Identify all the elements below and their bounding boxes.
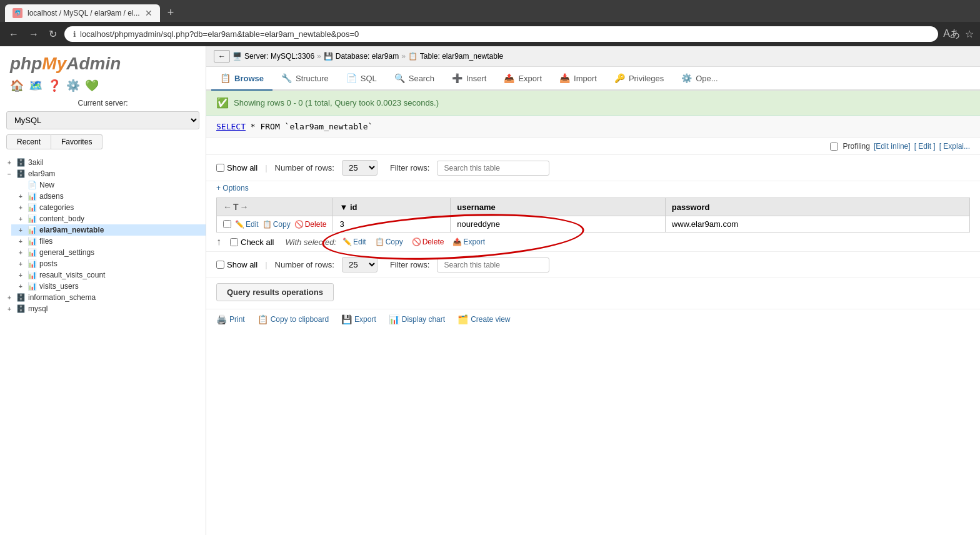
tree-toggle-adsens[interactable]: + [16, 192, 25, 201]
tab-sql[interactable]: 📄 SQL [338, 67, 386, 91]
db-icon-info-schema: 🗄️ [16, 293, 26, 302]
server-dropdown[interactable]: MySQL [6, 111, 199, 129]
tab-favicon: 🐬 [12, 8, 22, 18]
sidebar-item-3akil[interactable]: + 🗄️ 3akil [0, 157, 206, 168]
show-all-label-bottom: Show all [227, 260, 258, 269]
tab-insert[interactable]: ➕ Insert [443, 67, 496, 91]
nav-right-arrow[interactable]: → [240, 202, 249, 212]
tree-toggle-visits-users[interactable]: + [16, 282, 25, 291]
sidebar-item-information-schema[interactable]: + 🗄️ information_schema [0, 292, 206, 303]
breadcrumb-back-button[interactable]: ← [214, 50, 230, 62]
tree-toggle-3akil[interactable]: + [5, 158, 14, 167]
tree-toggle-info-schema[interactable]: + [5, 293, 14, 302]
tab-search[interactable]: 🔍 Search [386, 67, 443, 91]
tree-toggle-mysql[interactable]: + [5, 304, 14, 313]
server-select[interactable]: MySQL [6, 111, 199, 129]
breadcrumb-server[interactable]: Server: MySQL:3306 [244, 52, 314, 61]
tab-structure[interactable]: 🔧 Structure [272, 67, 338, 91]
check-all-checkbox[interactable] [230, 238, 238, 246]
show-all-checkbox-top[interactable] [216, 164, 224, 172]
map-icon[interactable]: 🗺️ [29, 79, 42, 92]
edit-link[interactable]: [ Edit ] [914, 142, 936, 151]
tree-toggle-general-settings[interactable]: + [16, 248, 25, 257]
nav-left-arrow[interactable]: ← [223, 202, 232, 212]
sql-tab-icon: 📄 [346, 73, 357, 83]
breadcrumb-database[interactable]: Database: elar9am [336, 52, 399, 61]
row-count-dropdown-top[interactable]: 25 50 100 [342, 160, 378, 176]
search-input-bottom[interactable] [437, 258, 549, 272]
selected-copy-button[interactable]: 📋 Copy [375, 238, 403, 246]
selected-delete-button[interactable]: 🚫 Delete [412, 238, 444, 246]
sidebar-item-adsens[interactable]: + 📊 adsens [11, 191, 206, 202]
tree-toggle-resault-visits[interactable]: + [16, 271, 25, 279]
col-header-id[interactable]: ▼ id [333, 198, 451, 216]
settings-icon[interactable]: ⚙️ [66, 79, 80, 92]
translate-button[interactable]: Aあ [943, 28, 960, 41]
breadcrumb-table[interactable]: Table: elar9am_newtable [420, 52, 503, 61]
browser-tab[interactable]: 🐬 localhost / MySQL / elar9am / el... ✕ [5, 4, 160, 22]
help-icon[interactable]: ❓ [48, 79, 61, 92]
sidebar-item-mysql[interactable]: + 🗄️ mysql [0, 303, 206, 314]
row-delete-button[interactable]: 🚫 Delete [294, 220, 327, 229]
edit-inline-link[interactable]: [Edit inline] [874, 142, 911, 151]
address-bar[interactable]: ℹ localhost/phpmyadmin/sql.php?db=elar9a… [64, 26, 938, 42]
sidebar-item-visits-users[interactable]: + 📊 visits_users [11, 281, 206, 292]
row-copy-button[interactable]: 📋 Copy [262, 220, 291, 229]
sidebar-item-files[interactable]: + 📊 files [11, 236, 206, 247]
selected-edit-button[interactable]: ✏️ Edit [342, 238, 366, 246]
print-button[interactable]: 🖨️ Print [216, 314, 245, 324]
bookmark-button[interactable]: ☆ [965, 28, 974, 41]
favorite-icon[interactable]: 💚 [85, 79, 99, 92]
sidebar-item-general-settings[interactable]: + 📊 general_settings [11, 247, 206, 258]
row-count-select-bottom[interactable]: 25 50 100 [342, 257, 378, 272]
row-select-checkbox[interactable] [223, 220, 231, 228]
forward-button[interactable]: → [26, 26, 41, 42]
back-button[interactable]: ← [6, 26, 21, 42]
sidebar-item-elar9am[interactable]: − 🗄️ elar9am [0, 168, 206, 179]
search-input-top[interactable] [437, 161, 549, 176]
tree-toggle-categories[interactable]: + [16, 203, 25, 212]
refresh-button[interactable]: ↻ [46, 26, 59, 42]
tree-toggle-newtable[interactable]: + [16, 226, 25, 234]
tab-operations[interactable]: ⚙️ Ope... [672, 67, 726, 91]
new-tab-button[interactable]: + [162, 4, 179, 22]
sidebar-item-content-body[interactable]: + 📊 content_body [11, 213, 206, 224]
tab-browse[interactable]: 📋 Browse [211, 67, 272, 91]
row-count-select-top[interactable]: 25 50 100 [342, 160, 378, 176]
explain-link[interactable]: [ Explai... [939, 142, 970, 151]
filter-rows-label-top: Filter rows: [390, 163, 430, 172]
copy-to-clipboard-button[interactable]: 📋 Copy to clipboard [258, 314, 329, 324]
tab-close-button[interactable]: ✕ [145, 8, 152, 18]
create-view-button[interactable]: 🗂️ Create view [458, 314, 510, 324]
display-chart-button[interactable]: 📊 Display chart [389, 314, 445, 324]
table-header: ← T → ▼ id username [217, 198, 970, 216]
col-header-username[interactable]: username [451, 198, 665, 216]
tree-toggle-posts[interactable]: + [16, 259, 25, 268]
export-results-button[interactable]: 💾 Export [341, 314, 376, 324]
row-count-dropdown-bottom[interactable]: 25 50 100 [342, 257, 378, 272]
col-header-password[interactable]: password [665, 198, 969, 216]
logo-admin: Admin [66, 54, 121, 73]
tree-toggle-files[interactable]: + [16, 237, 25, 246]
profiling-checkbox[interactable] [830, 142, 838, 151]
tab-export[interactable]: 📤 Export [495, 67, 551, 91]
home-icon[interactable]: 🏠 [10, 79, 24, 92]
favorites-button[interactable]: Favorites [51, 134, 102, 149]
scroll-up-arrow[interactable]: ↑ [216, 236, 221, 248]
tree-toggle-elar9am[interactable]: − [5, 169, 14, 178]
row-edit-button[interactable]: ✏️ Edit [235, 220, 259, 229]
sidebar-item-resault-visits[interactable]: + 📊 resault_visits_count [11, 269, 206, 281]
tab-privileges[interactable]: 🔑 Privileges [606, 67, 672, 91]
selected-export-button[interactable]: 📤 Export [452, 238, 485, 246]
tree-toggle-content-body[interactable]: + [16, 214, 25, 223]
sidebar-item-elar9am-newtable[interactable]: + 📊 elar9am_newtable [11, 224, 206, 236]
recent-button[interactable]: Recent [6, 134, 51, 149]
sidebar-item-categories[interactable]: + 📊 categories [11, 202, 206, 213]
current-server-label: Current server: [0, 98, 206, 111]
sidebar-item-new[interactable]: 📄 New [11, 179, 206, 191]
tab-import[interactable]: 📥 Import [551, 67, 606, 91]
show-all-checkbox-bottom[interactable] [216, 261, 224, 269]
sidebar-item-posts[interactable]: + 📊 posts [11, 258, 206, 269]
query-results-button[interactable]: Query results operations [216, 283, 334, 301]
options-link[interactable]: + Options [206, 181, 980, 198]
